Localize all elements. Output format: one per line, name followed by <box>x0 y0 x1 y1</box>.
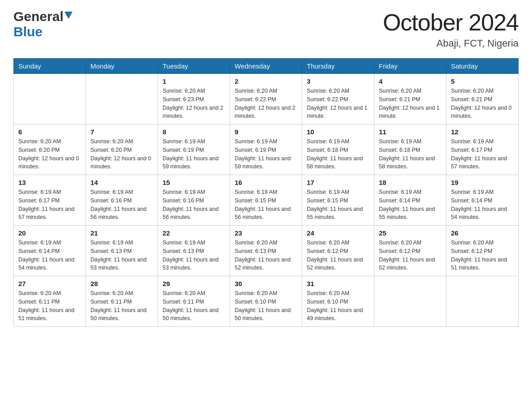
day-number: 20 <box>18 229 81 237</box>
calendar-week-3: 20Sunrise: 6:19 AMSunset: 6:14 PMDayligh… <box>14 226 519 276</box>
calendar-cell: 30Sunrise: 6:20 AMSunset: 6:10 PMDayligh… <box>230 276 302 327</box>
calendar-cell: 19Sunrise: 6:19 AMSunset: 6:14 PMDayligh… <box>446 175 519 226</box>
logo-blue: Blue <box>13 24 43 39</box>
day-number: 7 <box>90 128 153 136</box>
location: Abaji, FCT, Nigeria <box>383 38 519 49</box>
calendar-cell: 9Sunrise: 6:19 AMSunset: 6:19 PMDaylight… <box>230 124 302 175</box>
day-info: Sunrise: 6:19 AMSunset: 6:17 PMDaylight:… <box>18 188 81 222</box>
title-block: October 2024 Abaji, FCT, Nigeria <box>383 9 519 49</box>
day-number: 22 <box>163 229 225 237</box>
page-header: General Blue October 2024 Abaji, FCT, Ni… <box>13 9 519 49</box>
day-number: 28 <box>90 280 153 287</box>
day-number: 9 <box>235 128 297 136</box>
day-number: 25 <box>379 229 442 237</box>
day-info: Sunrise: 6:19 AMSunset: 6:14 PMDaylight:… <box>18 239 81 272</box>
day-info: Sunrise: 6:20 AMSunset: 6:11 PMDaylight:… <box>163 289 225 323</box>
day-info: Sunrise: 6:20 AMSunset: 6:22 PMDaylight:… <box>307 87 369 120</box>
calendar-cell: 12Sunrise: 6:19 AMSunset: 6:17 PMDayligh… <box>446 124 519 175</box>
day-number: 24 <box>307 229 369 237</box>
day-number: 30 <box>235 280 297 287</box>
calendar-week-4: 27Sunrise: 6:20 AMSunset: 6:11 PMDayligh… <box>14 276 519 327</box>
calendar-cell: 5Sunrise: 6:20 AMSunset: 6:21 PMDaylight… <box>446 74 519 124</box>
calendar-cell: 26Sunrise: 6:20 AMSunset: 6:12 PMDayligh… <box>446 226 519 276</box>
calendar-week-2: 13Sunrise: 6:19 AMSunset: 6:17 PMDayligh… <box>14 175 519 226</box>
day-number: 29 <box>163 280 225 287</box>
calendar-cell <box>374 276 446 327</box>
day-info: Sunrise: 6:20 AMSunset: 6:23 PMDaylight:… <box>163 87 225 120</box>
day-info: Sunrise: 6:20 AMSunset: 6:13 PMDaylight:… <box>235 239 297 272</box>
day-number: 18 <box>379 179 442 186</box>
day-info: Sunrise: 6:19 AMSunset: 6:15 PMDaylight:… <box>307 188 369 222</box>
calendar-cell: 13Sunrise: 6:19 AMSunset: 6:17 PMDayligh… <box>14 175 86 226</box>
day-info: Sunrise: 6:19 AMSunset: 6:15 PMDaylight:… <box>235 188 297 222</box>
calendar-cell <box>86 74 158 124</box>
day-info: Sunrise: 6:19 AMSunset: 6:17 PMDaylight:… <box>451 137 514 171</box>
logo: General Blue <box>13 9 73 39</box>
calendar-dow-thursday: Thursday <box>302 59 374 74</box>
calendar-header-row: SundayMondayTuesdayWednesdayThursdayFrid… <box>14 59 519 74</box>
day-number: 27 <box>18 280 81 287</box>
calendar-dow-wednesday: Wednesday <box>230 59 302 74</box>
day-info: Sunrise: 6:20 AMSunset: 6:12 PMDaylight:… <box>307 239 369 272</box>
day-number: 4 <box>379 77 442 85</box>
day-info: Sunrise: 6:19 AMSunset: 6:13 PMDaylight:… <box>90 239 153 272</box>
month-title: October 2024 <box>383 9 519 36</box>
calendar-cell: 4Sunrise: 6:20 AMSunset: 6:21 PMDaylight… <box>374 74 446 124</box>
day-number: 21 <box>90 229 153 237</box>
calendar-cell: 8Sunrise: 6:19 AMSunset: 6:19 PMDaylight… <box>158 124 230 175</box>
day-number: 6 <box>18 128 81 136</box>
day-info: Sunrise: 6:20 AMSunset: 6:10 PMDaylight:… <box>235 289 297 323</box>
day-info: Sunrise: 6:19 AMSunset: 6:19 PMDaylight:… <box>235 137 297 171</box>
calendar-cell: 24Sunrise: 6:20 AMSunset: 6:12 PMDayligh… <box>302 226 374 276</box>
day-info: Sunrise: 6:20 AMSunset: 6:12 PMDaylight:… <box>451 239 514 272</box>
day-number: 8 <box>163 128 225 136</box>
day-info: Sunrise: 6:20 AMSunset: 6:10 PMDaylight:… <box>307 289 369 323</box>
calendar-cell: 1Sunrise: 6:20 AMSunset: 6:23 PMDaylight… <box>158 74 230 124</box>
calendar-cell: 28Sunrise: 6:20 AMSunset: 6:11 PMDayligh… <box>86 276 158 327</box>
svg-marker-0 <box>64 12 73 19</box>
day-number: 17 <box>307 179 369 186</box>
day-info: Sunrise: 6:20 AMSunset: 6:20 PMDaylight:… <box>18 137 81 171</box>
logo-triangle-icon <box>64 12 73 20</box>
calendar-table: SundayMondayTuesdayWednesdayThursdayFrid… <box>13 58 519 327</box>
day-number: 13 <box>18 179 81 186</box>
day-number: 10 <box>307 128 369 136</box>
day-number: 3 <box>307 77 369 85</box>
day-number: 15 <box>163 179 225 186</box>
calendar-cell: 11Sunrise: 6:19 AMSunset: 6:18 PMDayligh… <box>374 124 446 175</box>
day-number: 23 <box>235 229 297 237</box>
day-info: Sunrise: 6:19 AMSunset: 6:14 PMDaylight:… <box>379 188 442 222</box>
day-number: 19 <box>451 179 514 186</box>
calendar-cell: 31Sunrise: 6:20 AMSunset: 6:10 PMDayligh… <box>302 276 374 327</box>
day-info: Sunrise: 6:19 AMSunset: 6:16 PMDaylight:… <box>90 188 153 222</box>
day-number: 1 <box>163 77 225 85</box>
day-info: Sunrise: 6:19 AMSunset: 6:18 PMDaylight:… <box>379 137 442 171</box>
day-number: 31 <box>307 280 369 287</box>
calendar-cell: 2Sunrise: 6:20 AMSunset: 6:22 PMDaylight… <box>230 74 302 124</box>
day-number: 2 <box>235 77 297 85</box>
day-info: Sunrise: 6:20 AMSunset: 6:12 PMDaylight:… <box>379 239 442 272</box>
calendar-cell: 23Sunrise: 6:20 AMSunset: 6:13 PMDayligh… <box>230 226 302 276</box>
calendar-cell: 3Sunrise: 6:20 AMSunset: 6:22 PMDaylight… <box>302 74 374 124</box>
calendar-cell: 14Sunrise: 6:19 AMSunset: 6:16 PMDayligh… <box>86 175 158 226</box>
calendar-cell: 10Sunrise: 6:19 AMSunset: 6:18 PMDayligh… <box>302 124 374 175</box>
calendar-dow-friday: Friday <box>374 59 446 74</box>
logo-general: General <box>13 9 64 24</box>
calendar-cell: 21Sunrise: 6:19 AMSunset: 6:13 PMDayligh… <box>86 226 158 276</box>
day-info: Sunrise: 6:19 AMSunset: 6:13 PMDaylight:… <box>163 239 225 272</box>
calendar-cell: 29Sunrise: 6:20 AMSunset: 6:11 PMDayligh… <box>158 276 230 327</box>
day-info: Sunrise: 6:19 AMSunset: 6:18 PMDaylight:… <box>307 137 369 171</box>
day-number: 26 <box>451 229 514 237</box>
day-info: Sunrise: 6:19 AMSunset: 6:19 PMDaylight:… <box>163 137 225 171</box>
calendar-dow-tuesday: Tuesday <box>158 59 230 74</box>
calendar-cell: 25Sunrise: 6:20 AMSunset: 6:12 PMDayligh… <box>374 226 446 276</box>
calendar-dow-sunday: Sunday <box>14 59 86 74</box>
calendar-cell: 6Sunrise: 6:20 AMSunset: 6:20 PMDaylight… <box>14 124 86 175</box>
calendar-cell: 18Sunrise: 6:19 AMSunset: 6:14 PMDayligh… <box>374 175 446 226</box>
calendar-week-0: 1Sunrise: 6:20 AMSunset: 6:23 PMDaylight… <box>14 74 519 124</box>
calendar-cell: 16Sunrise: 6:19 AMSunset: 6:15 PMDayligh… <box>230 175 302 226</box>
day-info: Sunrise: 6:20 AMSunset: 6:21 PMDaylight:… <box>451 87 514 120</box>
calendar-cell: 15Sunrise: 6:19 AMSunset: 6:16 PMDayligh… <box>158 175 230 226</box>
day-number: 5 <box>451 77 514 85</box>
day-number: 11 <box>379 128 442 136</box>
